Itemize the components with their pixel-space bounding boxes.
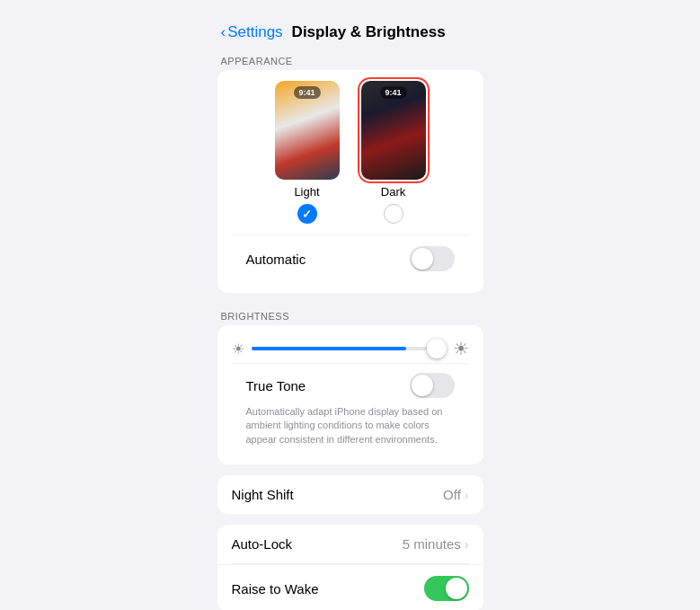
light-time-badge: 9:41 — [293, 86, 320, 99]
header: ‹ Settings Display & Brightness — [207, 9, 494, 49]
true-tone-row: True Tone Automatically adapt iPhone dis… — [232, 363, 469, 455]
night-shift-chevron-icon: › — [465, 488, 469, 502]
auto-lock-value-text: 5 minutes — [403, 536, 461, 552]
dark-mode-thumbnail: 9:41 — [361, 81, 426, 180]
brightness-slider-thumb[interactable] — [427, 339, 447, 358]
true-tone-description: Automatically adapt iPhone display based… — [246, 405, 455, 455]
brightness-section-label: BRIGHTNESS — [207, 304, 494, 325]
auto-lock-chevron-icon: › — [465, 537, 469, 552]
auto-lock-row[interactable]: Auto-Lock 5 minutes › — [217, 525, 483, 563]
true-tone-top: True Tone — [246, 373, 455, 398]
sun-small-icon: ☀ — [232, 340, 244, 358]
brightness-card: ☀ ☀ True Tone Automatically adapt iPhone… — [217, 325, 483, 464]
checkmark-icon: ✓ — [302, 208, 312, 221]
chevron-left-icon: ‹ — [221, 23, 226, 41]
night-shift-value-text: Off — [443, 487, 461, 502]
light-mode-label: Light — [294, 185, 319, 199]
light-mode-option[interactable]: 9:41 Light ✓ — [275, 81, 340, 224]
raise-to-wake-row: Raise to Wake — [217, 564, 483, 610]
automatic-toggle-knob — [412, 248, 433, 270]
dark-mode-label: Dark — [381, 185, 405, 199]
appearance-options: 9:41 Light ✓ 9:41 Dark — [232, 81, 469, 224]
light-mode-radio[interactable]: ✓ — [297, 204, 317, 224]
raise-to-wake-toggle[interactable] — [424, 576, 469, 601]
true-tone-label: True Tone — [246, 378, 306, 393]
night-shift-label: Night Shift — [232, 487, 294, 502]
dark-mode-option[interactable]: 9:41 Dark — [361, 81, 426, 224]
night-shift-value: Off › — [443, 487, 468, 502]
dark-mode-radio[interactable] — [384, 204, 403, 224]
true-tone-toggle[interactable] — [410, 373, 455, 398]
back-button[interactable]: ‹ Settings — [221, 23, 283, 41]
automatic-label: Automatic — [246, 252, 306, 267]
night-shift-row[interactable]: Night Shift Off › — [217, 475, 483, 514]
phone-frame: ‹ Settings Display & Brightness APPEARAN… — [207, 9, 494, 610]
sun-large-icon: ☀ — [453, 338, 469, 359]
brightness-slider-track[interactable] — [252, 347, 446, 350]
light-mode-thumbnail: 9:41 — [275, 81, 340, 180]
auto-lock-value: 5 minutes › — [403, 536, 469, 552]
dark-time-badge: 9:41 — [379, 86, 406, 99]
auto-lock-label: Auto-Lock — [232, 536, 293, 552]
raise-to-wake-label: Raise to Wake — [232, 581, 319, 597]
brightness-slider-row: ☀ ☀ — [232, 334, 469, 363]
brightness-slider-fill — [252, 347, 407, 350]
page-title: Display & Brightness — [292, 23, 446, 41]
automatic-row: Automatic — [232, 234, 469, 282]
night-shift-card: Night Shift Off › — [217, 475, 483, 514]
true-tone-toggle-knob — [412, 375, 433, 396]
raise-to-wake-toggle-knob — [446, 578, 467, 599]
appearance-section-label: APPEARANCE — [207, 49, 494, 70]
back-label[interactable]: Settings — [227, 23, 282, 41]
automatic-toggle[interactable] — [410, 246, 455, 271]
appearance-card: 9:41 Light ✓ 9:41 Dark Automatic — [217, 70, 483, 293]
auto-lock-raise-card: Auto-Lock 5 minutes › Raise to Wake — [217, 525, 483, 610]
